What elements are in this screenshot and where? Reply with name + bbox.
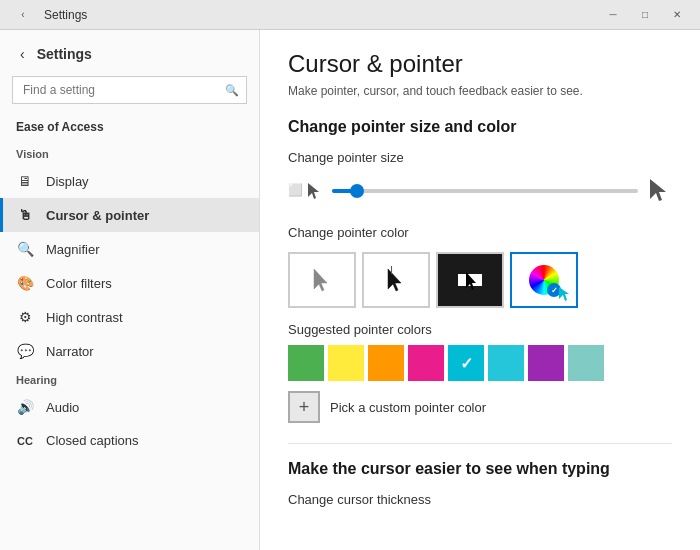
sidebar-item-color-filters-label: Color filters	[46, 276, 112, 291]
sidebar-item-cursor-pointer[interactable]: 🖱 Cursor & pointer	[0, 198, 259, 232]
sidebar-app-title: Settings	[37, 46, 92, 62]
sidebar-item-narrator[interactable]: 💬 Narrator	[0, 334, 259, 368]
sidebar-item-high-contrast[interactable]: ⚙ High contrast	[0, 300, 259, 334]
closed-captions-icon: CC	[16, 435, 34, 447]
titlebar-controls: ─ □ ✕	[598, 5, 692, 25]
sidebar-item-audio-label: Audio	[46, 400, 79, 415]
swatch-light-green[interactable]	[568, 345, 604, 381]
narrator-icon: 💬	[16, 343, 34, 359]
pointer-size-slider[interactable]	[332, 189, 638, 193]
titlebar-left: ‹ Settings	[8, 5, 87, 25]
page-subtitle: Make pointer, cursor, and touch feedback…	[288, 84, 672, 98]
colorwheel-icon: ✓	[529, 265, 559, 295]
color-filters-icon: 🎨	[16, 275, 34, 291]
sidebar-item-magnifier[interactable]: 🔍 Magnifier	[0, 232, 259, 266]
suggested-colors-label: Suggested pointer colors	[288, 322, 672, 337]
titlebar: ‹ Settings ─ □ ✕	[0, 0, 700, 30]
pointer-size-slider-container: ⬜	[288, 177, 672, 205]
minimize-button[interactable]: ─	[598, 5, 628, 25]
swatch-purple[interactable]	[528, 345, 564, 381]
custom-color-row: + Pick a custom pointer color	[288, 391, 672, 423]
pointer-color-label: Change pointer color	[288, 225, 672, 240]
close-button[interactable]: ✕	[662, 5, 692, 25]
sidebar-item-magnifier-label: Magnifier	[46, 242, 99, 257]
main-content: Cursor & pointer Make pointer, cursor, a…	[260, 30, 700, 550]
pointer-size-label: Change pointer size	[288, 150, 672, 165]
pointer-box-custom[interactable]: ✓	[510, 252, 578, 308]
search-input[interactable]	[12, 76, 247, 104]
svg-marker-0	[308, 183, 319, 199]
breadcrumb: Ease of Access	[0, 116, 259, 142]
sidebar-item-audio[interactable]: 🔊 Audio	[0, 390, 259, 424]
titlebar-title: Settings	[44, 8, 87, 22]
sidebar-back-button[interactable]: ‹	[16, 44, 29, 64]
sidebar: ‹ Settings 🔍 Ease of Access Vision 🖥 Dis…	[0, 30, 260, 550]
search-icon: 🔍	[225, 84, 239, 97]
hearing-section-label: Hearing	[0, 368, 259, 390]
vision-section-label: Vision	[0, 142, 259, 164]
pick-custom-color-button[interactable]: +	[288, 391, 320, 423]
sidebar-item-closed-captions-label: Closed captions	[46, 433, 139, 448]
pointer-box-inverted[interactable]	[436, 252, 504, 308]
section-divider	[288, 443, 672, 444]
sidebar-item-color-filters[interactable]: 🎨 Color filters	[0, 266, 259, 300]
app-body: ‹ Settings 🔍 Ease of Access Vision 🖥 Dis…	[0, 30, 700, 550]
pointer-size-section-title: Change pointer size and color	[288, 118, 672, 136]
sidebar-item-closed-captions[interactable]: CC Closed captions	[0, 424, 259, 457]
swatch-yellow[interactable]	[328, 345, 364, 381]
cursor-thickness-label: Change cursor thickness	[288, 492, 672, 507]
sidebar-item-high-contrast-label: High contrast	[46, 310, 123, 325]
display-icon: 🖥	[16, 173, 34, 189]
swatch-orange[interactable]	[368, 345, 404, 381]
pointer-box-black[interactable]: I	[362, 252, 430, 308]
color-swatches	[288, 345, 672, 381]
maximize-button[interactable]: □	[630, 5, 660, 25]
custom-color-label: Pick a custom pointer color	[330, 400, 486, 415]
swatch-teal[interactable]	[448, 345, 484, 381]
sidebar-header: ‹ Settings	[0, 30, 259, 72]
titlebar-back-button[interactable]: ‹	[8, 5, 38, 25]
cursor-small-icon: ⬜	[288, 181, 322, 201]
swatch-green[interactable]	[288, 345, 324, 381]
pointer-box-white[interactable]	[288, 252, 356, 308]
swatch-light-teal[interactable]	[488, 345, 524, 381]
sidebar-item-display-label: Display	[46, 174, 89, 189]
svg-marker-1	[650, 179, 666, 201]
pointer-color-boxes: I ✓	[288, 252, 672, 308]
svg-marker-2	[314, 269, 327, 291]
sidebar-search[interactable]: 🔍	[12, 76, 247, 104]
audio-icon: 🔊	[16, 399, 34, 415]
cursor-icon: 🖱	[16, 207, 34, 223]
svg-marker-6	[559, 287, 569, 301]
magnifier-icon: 🔍	[16, 241, 34, 257]
sidebar-item-cursor-label: Cursor & pointer	[46, 208, 149, 223]
sidebar-item-display[interactable]: 🖥 Display	[0, 164, 259, 198]
sidebar-item-narrator-label: Narrator	[46, 344, 94, 359]
swatch-pink[interactable]	[408, 345, 444, 381]
slider-thumb[interactable]	[350, 184, 364, 198]
cursor-typing-title: Make the cursor easier to see when typin…	[288, 460, 672, 478]
page-title: Cursor & pointer	[288, 50, 672, 78]
cursor-large-icon	[648, 177, 672, 205]
high-contrast-icon: ⚙	[16, 309, 34, 325]
